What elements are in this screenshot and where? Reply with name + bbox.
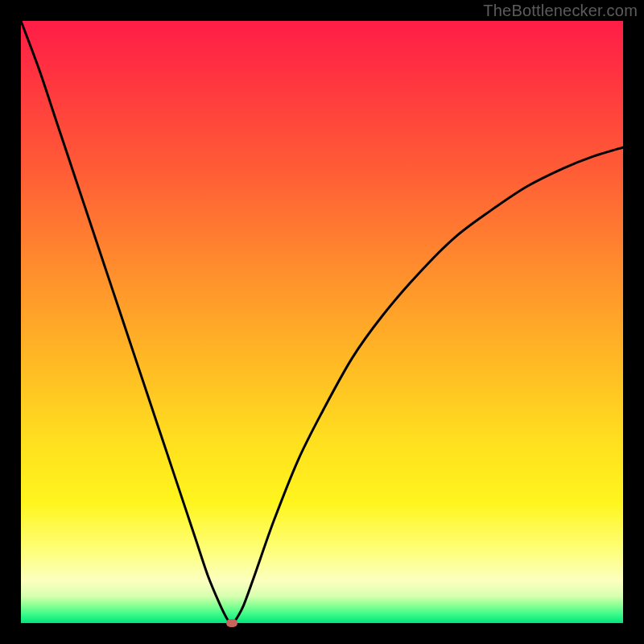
chart-frame: TheBottlenecker.com bbox=[0, 0, 644, 644]
watermark-label: TheBottlenecker.com bbox=[483, 2, 638, 20]
chart-curve-svg bbox=[21, 21, 623, 623]
chart-plot-area bbox=[21, 21, 623, 623]
bottleneck-curve bbox=[21, 21, 623, 623]
optimum-marker bbox=[226, 619, 237, 627]
